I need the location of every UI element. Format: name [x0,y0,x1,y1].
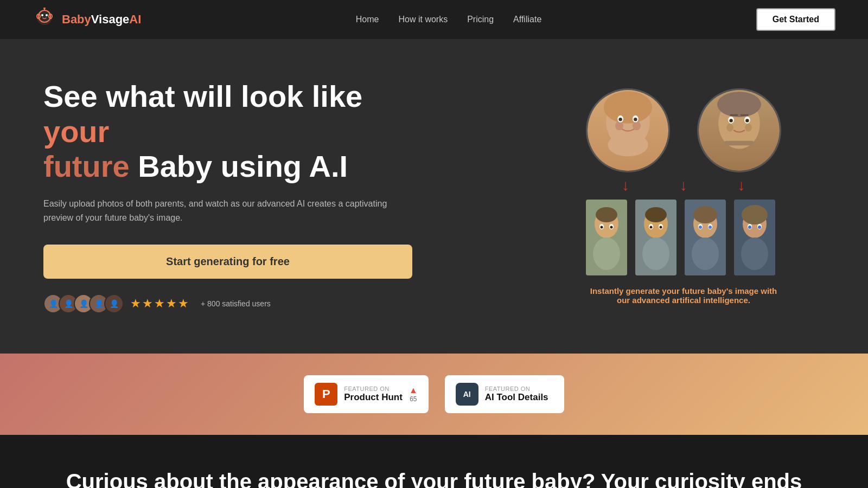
svg-point-16 [634,118,637,121]
satisfied-row: 👤 👤 👤 👤 👤 ★★★★★ + 800 satisfied users [43,294,434,313]
baby-3 [685,200,726,275]
hero-subtitle: Easily upload photos of both parents, an… [43,197,391,224]
logo-baby: Baby [62,12,91,26]
hero-left: See what will look like your future Baby… [43,79,434,313]
baby-4 [734,200,775,275]
svg-point-19 [717,92,761,117]
ai-tool-text: FEATURED ON AI Tool Details [485,386,548,403]
svg-point-17 [608,133,648,156]
bottom-title: Curious about the appearance of your fut… [43,467,825,488]
svg-point-43 [642,237,669,270]
svg-point-20 [726,123,733,131]
get-started-button[interactable]: Get Started [756,8,835,31]
ai-tool-badge[interactable]: AI FEATURED ON AI Tool Details [445,375,564,413]
svg-rect-27 [741,114,749,115]
svg-point-25 [745,119,749,122]
svg-point-4 [46,14,48,16]
featured-section: P FEATURED ON Product Hunt ▲ 65 AI FEATU… [0,354,868,435]
product-hunt-text: FEATURED ON Product Hunt [344,386,403,403]
svg-rect-26 [730,114,738,115]
svg-point-10 [604,91,652,124]
father-photo [697,88,781,172]
svg-point-59 [741,237,768,270]
svg-point-33 [601,226,603,228]
baby-1 [586,200,627,275]
ai-name: AI Tool Details [485,392,548,403]
ph-vote: ▲ 65 [409,386,418,403]
hero-right: ↓ ↓ ↓ [586,88,781,305]
nav-how-it-works[interactable]: How it works [399,15,448,24]
svg-point-57 [748,226,751,229]
nav-affiliate[interactable]: Affiliate [513,15,541,24]
svg-point-34 [610,226,613,228]
ph-name: Product Hunt [344,392,403,403]
logo-icon [33,8,56,31]
instantly-label: Instantly [590,286,624,296]
svg-point-44 [645,207,667,222]
logo[interactable]: BabyVisageAI [33,8,141,31]
product-hunt-badge[interactable]: P FEATURED ON Product Hunt ▲ 65 [304,375,429,413]
svg-point-42 [660,226,662,228]
nav-pricing[interactable]: Pricing [467,15,494,24]
ai-tool-icon: AI [456,383,478,406]
svg-point-58 [758,226,761,229]
arrows-row: ↓ ↓ ↓ [586,177,781,194]
instantly-text: Instantly generate your future baby's im… [586,286,781,305]
hero-title: See what will look like your future Baby… [43,79,434,184]
star-rating: ★★★★★ [130,297,190,311]
vote-count: 65 [410,395,417,403]
svg-point-15 [618,118,622,121]
svg-point-8 [43,8,46,9]
parent-row [586,88,781,172]
babies-grid [586,200,781,275]
svg-point-60 [742,205,768,224]
instantly-description: generate your future baby's image with o… [617,286,777,305]
arrow-right: ↓ [738,177,745,194]
hero-title-ai: using A.I [221,149,348,183]
mother-photo [586,88,670,172]
hero-title-baby: Baby [130,149,221,183]
ai-featured-label: FEATURED ON [485,386,548,392]
satisfied-count: + 800 satisfied users [201,299,271,308]
arrow-center: ↓ [680,177,687,194]
svg-point-3 [41,14,43,16]
nav-home[interactable]: Home [356,15,379,24]
svg-point-51 [692,237,719,270]
avatar-stack: 👤 👤 👤 👤 👤 [43,294,124,313]
svg-point-41 [650,226,653,228]
navbar: BabyVisageAI Home How it works Pricing A… [0,0,868,39]
hero-section: See what will look like your future Baby… [0,39,868,354]
svg-point-21 [745,123,752,131]
hero-title-pink: your [43,114,109,149]
bottom-section: Curious about the appearance of your fut… [0,435,868,488]
svg-point-49 [699,226,702,229]
hero-title-line1-normal: See what will look like [43,79,362,113]
hero-title-salmon: future [43,149,130,183]
svg-point-24 [729,119,732,122]
svg-point-50 [709,226,712,229]
svg-point-2 [40,12,49,21]
svg-point-35 [593,237,620,270]
mother-face [588,90,668,171]
nav-links: Home How it works Pricing Affiliate [356,15,541,24]
logo-ai-text: AI [129,12,141,26]
svg-point-52 [693,206,717,223]
arrow-left: ↓ [622,177,629,194]
svg-rect-28 [725,140,754,145]
start-generating-button[interactable]: Start generating for free [43,245,412,279]
baby-2 [635,200,676,275]
svg-point-36 [596,207,617,222]
ph-featured-label: FEATURED ON [344,386,403,392]
product-hunt-icon: P [315,383,337,406]
logo-visage: Visage [91,12,130,26]
vote-triangle: ▲ [409,386,418,395]
father-face [699,90,780,171]
avatar-5: 👤 [104,294,124,313]
